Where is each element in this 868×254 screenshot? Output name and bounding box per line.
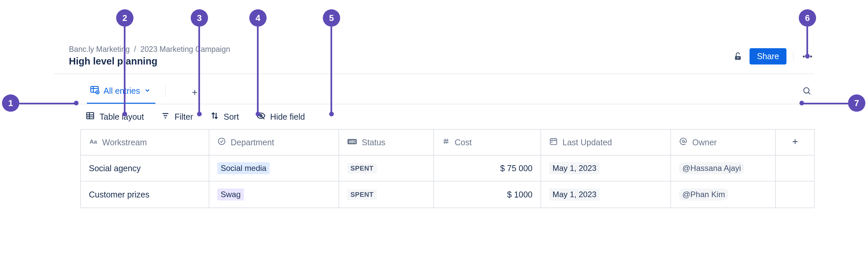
callout-line-5 (331, 27, 332, 113)
database-view-icon (90, 85, 99, 97)
column-header-department[interactable]: Department (209, 130, 339, 155)
callout-line-2 (124, 27, 125, 113)
cell-empty (776, 182, 814, 208)
bottom-cutoff (0, 214, 868, 254)
callout-4: 4 (249, 9, 267, 27)
callout-line-3 (198, 27, 200, 113)
search-icon (802, 91, 811, 97)
hide-field-button[interactable]: Hide field (256, 111, 305, 122)
cell-owner[interactable]: @Hassana Ajayi (671, 155, 776, 181)
table-layout-button[interactable]: Table layout (86, 111, 144, 122)
view-tab-label: All entries (103, 86, 140, 96)
column-header-status[interactable]: ABC Status (339, 130, 434, 155)
header-actions: Share (733, 48, 815, 65)
svg-line-27 (447, 139, 447, 144)
svg-point-1 (737, 57, 739, 58)
column-header-workstream[interactable]: Aa Workstream (81, 130, 209, 155)
plus-icon (792, 138, 799, 147)
callout-6: 6 (799, 9, 816, 27)
callout-line-6 (806, 27, 808, 55)
table-header-row: Aa Workstream Department ABC Status (81, 130, 814, 155)
svg-text:ABC: ABC (349, 140, 356, 144)
callout-7: 7 (848, 95, 865, 112)
column-label: Last Updated (562, 138, 612, 147)
callout-dot (800, 101, 804, 105)
column-label: Cost (455, 138, 472, 147)
callout-dot (256, 112, 260, 116)
add-column-button[interactable] (776, 130, 814, 155)
view-bar: All entries (53, 74, 815, 104)
column-header-owner[interactable]: Owner (671, 130, 776, 155)
callout-dot (805, 54, 810, 59)
cell-last-updated[interactable]: May 1, 2023 (541, 155, 671, 181)
select-type-icon (217, 137, 226, 148)
search-button[interactable] (802, 86, 811, 99)
page-header: Banc.ly Marketing / 2023 Marketing Campa… (53, 45, 815, 73)
cell-status[interactable]: SPENT (339, 182, 434, 208)
svg-line-26 (445, 139, 445, 144)
divider (793, 51, 794, 62)
mention-chip: @Phan Kim (679, 188, 728, 201)
svg-rect-32 (552, 142, 553, 143)
status-type-icon: ABC (347, 138, 357, 147)
callout-dot (197, 112, 202, 116)
date-chip: May 1, 2023 (549, 188, 600, 201)
cell-department[interactable]: Social media (209, 155, 339, 181)
status-badge: SPENT (347, 189, 377, 200)
callout-line-4 (257, 27, 258, 113)
number-type-icon (442, 137, 450, 147)
table-row[interactable]: Social agency Social media SPENT $ 75 00… (81, 155, 814, 182)
divider (165, 85, 166, 97)
unlock-icon[interactable] (733, 51, 743, 62)
breadcrumb-parent[interactable]: 2023 Marketing Campaign (141, 45, 230, 53)
callout-line-1 (19, 103, 75, 104)
cell-department[interactable]: Swag (209, 182, 339, 208)
cell-cost[interactable]: $ 1000 (434, 182, 541, 208)
chevron-down-icon (144, 86, 151, 96)
breadcrumb: Banc.ly Marketing / 2023 Marketing Campa… (69, 45, 815, 54)
table-icon (86, 111, 95, 122)
page-title: High level planning (69, 56, 815, 67)
share-button[interactable]: Share (749, 48, 786, 65)
svg-line-10 (808, 92, 810, 94)
app-frame: Banc.ly Marketing / 2023 Marketing Campa… (53, 45, 815, 208)
table-row[interactable]: Customer prizes Swag SPENT $ 1000 May 1,… (81, 182, 814, 208)
column-label: Status (362, 138, 385, 147)
tool-label: Hide field (270, 112, 305, 122)
mention-chip: @Hassana Ajayi (679, 162, 744, 174)
callout-line-7 (803, 103, 849, 104)
date-chip: May 1, 2023 (549, 162, 600, 174)
column-label: Owner (692, 138, 717, 147)
svg-rect-11 (87, 113, 94, 119)
sort-button[interactable]: Sort (210, 111, 239, 122)
cell-empty (776, 155, 814, 181)
text-type-icon: Aa (89, 137, 97, 148)
column-label: Department (230, 138, 274, 147)
filter-icon (161, 111, 170, 122)
view-tab-all-entries[interactable]: All entries (87, 81, 155, 104)
tag: Swag (217, 188, 244, 201)
svg-point-21 (218, 138, 225, 145)
mention-type-icon (679, 137, 688, 148)
tool-label: Filter (175, 112, 193, 122)
filter-button[interactable]: Filter (161, 111, 193, 122)
svg-point-9 (804, 87, 809, 93)
calendar-icon (549, 137, 558, 148)
column-header-cost[interactable]: Cost (434, 130, 541, 155)
breadcrumb-space[interactable]: Banc.ly Marketing (69, 45, 130, 53)
callout-1: 1 (2, 95, 19, 112)
callout-2: 2 (116, 9, 133, 27)
column-header-last-updated[interactable]: Last Updated (541, 130, 671, 155)
data-table: Aa Workstream Department ABC Status (80, 129, 815, 208)
cell-cost[interactable]: $ 75 000 (434, 155, 541, 181)
table-toolbar: Table layout Filter Sort (53, 104, 815, 129)
cell-workstream[interactable]: Social agency (81, 155, 209, 181)
svg-rect-28 (550, 139, 557, 144)
column-label: Workstream (102, 138, 147, 147)
cell-workstream[interactable]: Customer prizes (81, 182, 209, 208)
sort-icon (210, 111, 219, 122)
callout-3: 3 (191, 9, 208, 27)
cell-last-updated[interactable]: May 1, 2023 (541, 182, 671, 208)
cell-owner[interactable]: @Phan Kim (671, 182, 776, 208)
cell-status[interactable]: SPENT (339, 155, 434, 181)
